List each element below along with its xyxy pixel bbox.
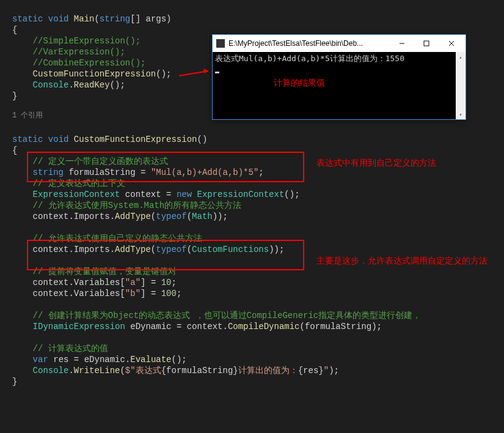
comment: // 定义一个带自定义函数的表达式: [33, 157, 168, 166]
scroll-down-button[interactable]: ▾: [456, 109, 466, 119]
method-call: WriteLine: [74, 366, 120, 376]
console-title: E:\MyProject\TestElsa\TestFlee\bin\Deb..…: [228, 39, 390, 48]
minimize-button[interactable]: [390, 36, 414, 51]
type: Math: [192, 212, 213, 221]
keyword: void: [48, 135, 69, 144]
param: args: [146, 14, 167, 24]
variable: formulaString: [68, 168, 135, 177]
method-call: Evaluate: [130, 355, 171, 365]
keyword: static: [12, 14, 43, 24]
console-app-icon: [216, 39, 225, 48]
variable: res: [303, 366, 318, 376]
method-name: CustomFunctionExpression: [74, 135, 197, 144]
annotation-2: 主要是这步，允许表达式调用自定定义的方法: [316, 256, 500, 267]
property: Imports: [74, 245, 110, 254]
type: ExpressionContext: [33, 190, 120, 199]
console-scrollbar[interactable]: ▴ ▾: [456, 52, 466, 119]
comment: //VarExpression();: [33, 47, 125, 57]
property: Imports: [74, 212, 110, 221]
comment: // 提前将变量值赋值，变量是键值对: [33, 267, 177, 276]
comment: //CombineExpression();: [33, 58, 146, 68]
comment: //SimpleExpression();: [33, 36, 141, 46]
type: CustomFunctions: [192, 245, 269, 254]
keyword: static: [12, 135, 43, 144]
keyword: typeof: [156, 212, 186, 221]
console-output: 表达式Mul(a,b)+Add(a,b)*5计算出的值为：1550: [215, 53, 463, 64]
string-literal: $"表达式: [125, 366, 161, 376]
string-literal: 计算出的值为：: [238, 366, 298, 376]
keyword: typeof: [156, 245, 186, 254]
comment: // 允许表达式使用System.Math的所有静态公共方法: [33, 201, 242, 210]
number-literal: 10: [161, 278, 172, 287]
console-window[interactable]: E:\MyProject\TestElsa\TestFlee\bin\Deb..…: [212, 34, 466, 120]
string-literal: "Mul(a,b)+Add(a,b)*5": [151, 168, 258, 177]
property: Variables: [74, 289, 120, 298]
type: IDynamicExpression: [33, 322, 125, 331]
type: ExpressionContext: [197, 190, 285, 199]
method-call: CustomFunctionExpression: [33, 69, 156, 79]
variable: eDynamic: [130, 322, 171, 331]
string-literal: ": [324, 366, 329, 376]
scroll-up-button[interactable]: ▴: [456, 52, 466, 62]
variable: formulaString: [305, 322, 371, 331]
variable: context: [33, 212, 69, 221]
close-button[interactable]: [439, 36, 464, 51]
variable: formulaString: [166, 366, 233, 376]
variable: context: [33, 289, 69, 298]
comment: // 允许表达式使用自己定义的静态公共方法: [33, 234, 202, 243]
console-body[interactable]: 表达式Mul(a,b)+Add(a,b)*5计算出的值为：1550 计算的结果值…: [213, 52, 466, 119]
comment: // 创建计算结果为Object的动态表达式 ，也可以通过CompileGene…: [33, 311, 422, 320]
number-literal: 100: [161, 289, 177, 298]
variable: context: [33, 245, 69, 254]
property: Variables: [74, 278, 120, 287]
keyword: void: [48, 14, 69, 24]
string-literal: "b": [125, 289, 141, 298]
variable: context: [33, 278, 69, 287]
type: string: [100, 14, 130, 24]
method-call: ReadKey: [74, 80, 110, 90]
svg-rect-3: [424, 41, 429, 46]
variable: eDynamic: [84, 355, 125, 365]
method-call: AddType: [115, 245, 151, 254]
variable: res: [53, 355, 68, 365]
maximize-button[interactable]: [414, 36, 439, 51]
type: Console: [33, 366, 69, 376]
method-call: CompileDynamic: [228, 322, 300, 331]
comment: // 定义表达式的上下文: [33, 179, 125, 188]
variable: context: [125, 190, 161, 199]
annotation-1: 表达式中有用到自己定义的方法: [316, 158, 436, 169]
variable: context: [187, 322, 223, 331]
type: string: [33, 168, 64, 177]
keyword: var: [33, 355, 48, 365]
keyword: new: [177, 190, 192, 199]
string-literal: "a": [125, 278, 141, 287]
scroll-track[interactable]: [456, 62, 466, 109]
method-call: AddType: [115, 212, 151, 221]
annotation-result: 计算的结果值: [274, 78, 325, 89]
type: Console: [33, 80, 69, 90]
console-titlebar[interactable]: E:\MyProject\TestElsa\TestFlee\bin\Deb..…: [213, 35, 466, 52]
comment: // 计算表达式的值: [33, 344, 108, 353]
method-name: Main: [74, 14, 95, 24]
console-cursor: [215, 72, 219, 73]
